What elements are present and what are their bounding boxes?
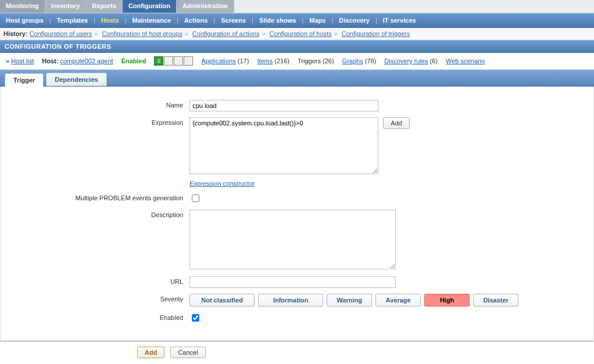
subnav-slide-shows[interactable]: Slide shows [258, 17, 298, 24]
subnav-maintenance[interactable]: Maintenance [131, 17, 173, 24]
expression-textarea[interactable]: {compute002.system.cpu.load.last()}>0 [189, 117, 378, 174]
host-info-row: « Host list Host: compute002 agent Enabl… [0, 53, 594, 70]
form-tabs-wrap: Trigger Dependencies [0, 70, 594, 87]
main-nav-administration[interactable]: Administration [177, 0, 234, 13]
graphs-link[interactable]: Graphs [342, 57, 363, 64]
expression-label: Expression [75, 117, 189, 175]
host-link-discovery: Discovery rules (6) [384, 57, 438, 64]
expression-add-button[interactable]: Add [383, 117, 410, 129]
discovery-count: (6) [430, 57, 438, 64]
snmp-icon [164, 56, 173, 66]
host-link-graphs: Graphs (78) [342, 57, 377, 64]
discovery-rules-link[interactable]: Discovery rules [384, 57, 428, 64]
url-label: URL [75, 276, 189, 289]
ipmi-icon [184, 56, 193, 66]
sub-nav: Host groups| Templates| Hosts| Maintenan… [0, 13, 594, 28]
severity-average[interactable]: Average [375, 294, 421, 307]
history-label: History: [3, 30, 28, 37]
history-item[interactable]: Configuration of actions [192, 30, 260, 37]
subnav-screens[interactable]: Screens [220, 17, 247, 24]
add-button[interactable]: Add [137, 347, 164, 358]
severity-not-classified[interactable]: Not classified [189, 294, 255, 307]
multiple-problem-label: Multiple PROBLEM events generation [75, 192, 189, 204]
main-nav: Monitoring Inventory Reports Configurati… [0, 0, 594, 13]
severity-high[interactable]: High [424, 294, 470, 307]
page-title: CONFIGURATION OF TRIGGERS [0, 40, 594, 53]
history-item[interactable]: Configuration of hosts [270, 30, 332, 37]
description-label: Description [75, 209, 189, 271]
severity-label: Severity [75, 293, 189, 307]
main-nav-reports[interactable]: Reports [86, 0, 123, 13]
history-item[interactable]: Configuration of users [30, 30, 92, 37]
history-bar: History: Configuration of users» Configu… [0, 28, 594, 40]
expression-constructor-link[interactable]: Expression constructor [189, 180, 255, 187]
subnav-host-groups[interactable]: Host groups [5, 17, 45, 24]
cancel-button[interactable]: Cancel [170, 347, 205, 358]
jmx-icon [174, 56, 183, 66]
multiple-problem-checkbox[interactable] [192, 194, 199, 202]
name-input[interactable] [189, 100, 378, 111]
applications-count: (17) [238, 57, 249, 64]
host-link-items: Items (216) [257, 57, 289, 64]
history-item[interactable]: Configuration of triggers [342, 30, 410, 37]
severity-disaster[interactable]: Disaster [473, 294, 518, 307]
main-nav-inventory[interactable]: Inventory [45, 0, 87, 13]
host-link-triggers: Triggers (26) [298, 57, 334, 64]
main-nav-configuration[interactable]: Configuration [123, 0, 177, 13]
subnav-hosts[interactable]: Hosts [100, 17, 120, 24]
back-link-wrap: « Host list [6, 57, 34, 64]
triggers-label: Triggers [298, 57, 321, 64]
host-name-link[interactable]: compute002 agent [60, 57, 113, 64]
host-name-wrap: Host: compute002 agent [42, 57, 113, 64]
zabbix-agent-icon: Z [154, 56, 163, 66]
main-nav-filler [234, 0, 594, 13]
enabled-label: Enabled [75, 312, 189, 324]
host-status: Enabled [121, 57, 146, 64]
subnav-maps[interactable]: Maps [308, 17, 327, 24]
items-link[interactable]: Items [257, 57, 273, 64]
description-textarea[interactable] [189, 210, 396, 269]
web-scenarios-link[interactable]: Web scenario [446, 57, 485, 64]
subnav-discovery[interactable]: Discovery [338, 17, 371, 24]
action-bar: Add Cancel [0, 341, 594, 363]
severity-warning[interactable]: Warning [327, 294, 372, 307]
severity-group: Not classified Information Warning Avera… [189, 294, 518, 307]
main-nav-monitoring[interactable]: Monitoring [0, 0, 45, 13]
tab-dependencies[interactable]: Dependencies [46, 73, 107, 86]
host-link-applications: Applications (17) [201, 57, 249, 64]
tab-trigger[interactable]: Trigger [5, 73, 44, 87]
triggers-count: (26) [323, 57, 334, 64]
severity-information[interactable]: Information [258, 294, 323, 307]
host-link-web: Web scenario [446, 57, 485, 64]
name-label: Name [75, 99, 189, 112]
subnav-it-services[interactable]: IT services [382, 17, 417, 24]
subnav-actions[interactable]: Actions [183, 17, 209, 24]
subnav-templates[interactable]: Templates [56, 17, 90, 24]
enabled-checkbox[interactable] [192, 314, 199, 322]
applications-link[interactable]: Applications [201, 57, 235, 64]
host-label: Host: [42, 57, 58, 64]
trigger-form: Name Expression {compute002.system.cpu.l… [0, 87, 594, 341]
url-input[interactable] [189, 276, 396, 288]
interface-icons: Z [154, 56, 193, 66]
form-tabs: Trigger Dependencies [5, 73, 594, 86]
history-item[interactable]: Configuration of host groups [102, 30, 182, 37]
graphs-count: (78) [365, 57, 377, 64]
host-list-link[interactable]: Host list [11, 57, 34, 64]
items-count: (216) [274, 57, 289, 64]
